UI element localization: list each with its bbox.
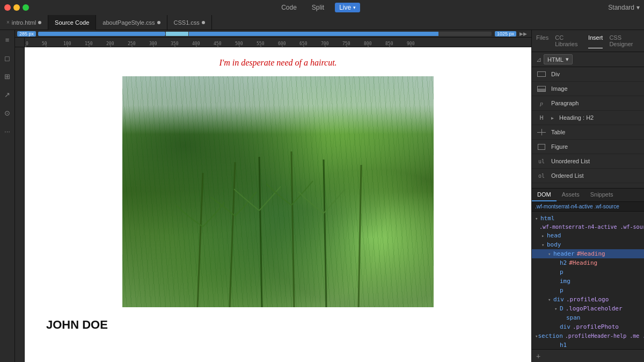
insert-table-label: Table — [551, 129, 565, 135]
split-button[interactable]: Split — [308, 3, 328, 12]
sidebar-icon-assets[interactable]: ↗ — [2, 89, 13, 100]
div-icon — [536, 70, 547, 78]
dom-tab-snippets[interactable]: Snippets — [585, 189, 619, 201]
vertical-ruler — [15, 47, 25, 362]
insert-item-li[interactable]: li List Item — [532, 183, 644, 188]
dom-row-profile-photo[interactable]: div .profilePhoto — [532, 322, 644, 331]
dom-add-icon[interactable]: + — [536, 352, 540, 360]
paragraph-icon: p — [536, 99, 547, 107]
dom-tab-assets[interactable]: Assets — [557, 189, 585, 201]
dom-toggle-icon[interactable]: ▾ — [535, 216, 540, 221]
insert-item-paragraph[interactable]: p Paragraph — [532, 96, 644, 111]
insert-item-heading[interactable]: H ▸ Heading : H2 — [532, 111, 644, 125]
ruler-row: 0 50 100 150 200 250 300 — [15, 38, 531, 47]
dom-tree: ▾ html .wf-montserrat-n4-active .wf-sour… — [532, 212, 644, 349]
dom-row-profile-logo[interactable]: ▾ div .profileLogo — [532, 295, 644, 304]
dom-panel: DOM Assets Snippets .wf-montserrat-n4-ac… — [532, 188, 644, 349]
svg-text:50: 50 — [42, 41, 47, 46]
page-name-text: JOHN DOE — [46, 318, 510, 332]
dom-footer: + — [532, 349, 644, 362]
traffic-lights — [4, 4, 29, 11]
dom-row-section[interactable]: ▾ section .profileHeader-help .me .l .ha… — [532, 331, 644, 341]
dom-head-toggle-icon[interactable]: ▸ — [541, 233, 547, 238]
insert-item-div[interactable]: Div — [532, 67, 644, 82]
html-select-dropdown[interactable]: HTML ▾ — [544, 54, 573, 64]
tab-intro-html[interactable]: × intro.html — [0, 15, 48, 30]
insert-div-label: Div — [551, 71, 560, 77]
minimize-button[interactable] — [13, 4, 20, 11]
dom-row-head[interactable]: ▸ head — [532, 231, 644, 240]
tab-close-icon[interactable]: × — [6, 19, 10, 25]
dom-logoplacholder-toggle-icon[interactable]: ▾ — [554, 306, 560, 312]
dom-row-img[interactable]: img — [532, 277, 644, 286]
sidebar-icon-extensions[interactable]: ⊙ — [2, 107, 13, 118]
main-layout: ≡ ◻ ⊞ ↗ ⊙ ··· 285 px 1025 px ▶▶ — [0, 30, 644, 362]
svg-text:200: 200 — [106, 41, 114, 46]
dom-tabs: DOM Assets Snippets — [532, 189, 644, 202]
svg-text:550: 550 — [257, 41, 265, 46]
svg-line-43 — [358, 165, 361, 307]
dom-row-logo-placeholder[interactable]: ▾ D .logoPlaceholder — [532, 304, 644, 313]
ol-icon: ol — [536, 171, 547, 180]
dom-row-wf: .wf-montserrat-n4-active .wf-source — [532, 223, 644, 231]
dom-tab-dom[interactable]: DOM — [532, 189, 557, 201]
sidebar-icon-more[interactable]: ··· — [2, 126, 13, 136]
dom-header-toggle-icon[interactable]: ▾ — [548, 251, 553, 257]
insert-item-image[interactable]: Image — [532, 82, 644, 96]
dom-row-html[interactable]: ▾ html — [532, 214, 644, 223]
svg-text:500: 500 — [235, 41, 243, 46]
sidebar-icon-elements[interactable]: ◻ — [2, 53, 13, 63]
ol-tag-icon: ol — [538, 173, 545, 179]
svg-line-40 — [259, 157, 262, 307]
horizontal-ruler: 0 50 100 150 200 250 300 — [25, 38, 531, 47]
right-panel: Files CC Libraries Insert CSS Designer ⊿… — [531, 30, 644, 362]
sidebar-icon-components[interactable]: ⊞ — [2, 71, 13, 82]
sidebar-icon-files[interactable]: ≡ — [2, 34, 13, 45]
content-area[interactable]: I'm in desperate need of a haircut. — [25, 47, 531, 362]
maximize-button[interactable] — [23, 4, 29, 11]
panel-tab-cc-libraries[interactable]: CC Libraries — [555, 33, 582, 48]
insert-item-ol[interactable]: ol Ordered List — [532, 169, 644, 183]
ul-tag-icon: ul — [538, 158, 545, 164]
dom-row-span[interactable]: span — [532, 313, 644, 322]
insert-figure-label: Figure — [551, 143, 568, 150]
insert-item-ul[interactable]: ul Unordered List — [532, 154, 644, 169]
svg-line-41 — [291, 151, 294, 307]
dom-row-body[interactable]: ▾ body — [532, 240, 644, 249]
scroll-thumb-right — [189, 32, 438, 36]
fern-svg — [122, 76, 434, 307]
panel-header: Files CC Libraries Insert CSS Designer — [532, 30, 644, 52]
dom-row-h2[interactable]: h2 #Heading — [532, 258, 644, 267]
insert-item-figure[interactable]: Figure — [532, 140, 644, 154]
scroll-indicator[interactable]: 285 px 1025 px ▶▶ — [15, 30, 531, 38]
dom-body-toggle-icon[interactable]: ▾ — [541, 242, 547, 248]
scroll-track[interactable] — [38, 32, 492, 36]
figure-box-icon — [538, 144, 545, 150]
panel-tab-insert[interactable]: Insert — [588, 33, 603, 48]
ruler-svg: 0 50 100 150 200 250 300 — [25, 38, 531, 47]
dom-row-p1[interactable]: p — [532, 267, 644, 277]
standard-button[interactable]: Standard ▾ — [608, 4, 640, 11]
close-button[interactable] — [4, 4, 11, 11]
tab-source-code[interactable]: Source Code — [48, 15, 96, 30]
svg-line-38 — [197, 173, 203, 307]
heading-arrow-icon: ▸ — [551, 115, 554, 121]
tab-css1[interactable]: CSS1.css — [167, 15, 212, 30]
live-button[interactable]: Live ▾ — [335, 3, 360, 12]
code-button[interactable]: Code — [277, 3, 301, 12]
insert-item-table[interactable]: Table — [532, 125, 644, 140]
panel-tab-files[interactable]: Files — [536, 33, 548, 48]
dom-row-h1[interactable]: h1 — [532, 341, 644, 349]
svg-text:900: 900 — [407, 41, 415, 46]
html-select-row: ⊿ HTML ▾ — [532, 52, 644, 67]
svg-text:0: 0 — [26, 41, 28, 46]
svg-text:100: 100 — [63, 41, 71, 46]
svg-text:750: 750 — [342, 41, 350, 46]
dom-row-header[interactable]: ▾ header #Heading — [532, 249, 644, 258]
dom-row-p2[interactable]: p — [532, 286, 644, 295]
tab-about-style[interactable]: aboutPageStyle.css — [96, 15, 167, 30]
scroll-thumb-mid — [166, 32, 188, 36]
panel-tab-css-designer[interactable]: CSS Designer — [609, 33, 640, 48]
dom-profilelogo-toggle-icon[interactable]: ▾ — [548, 297, 553, 302]
tab-label: Source Code — [55, 19, 89, 26]
